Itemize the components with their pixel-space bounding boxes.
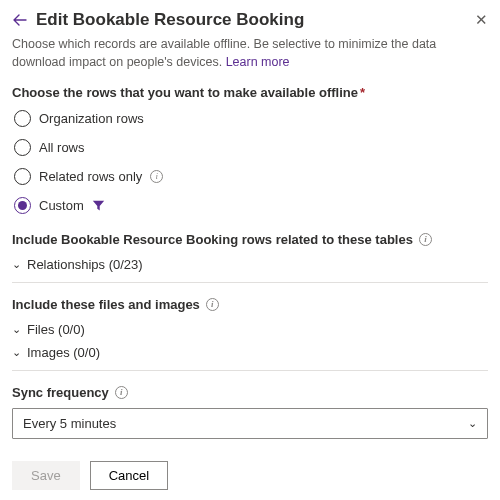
radio-icon [14,110,31,127]
radio-icon [14,139,31,156]
radio-icon [14,197,31,214]
chevron-down-icon: ⌄ [12,323,21,336]
divider [12,282,488,283]
include-related-label: Include Bookable Resource Booking rows r… [12,232,488,247]
rows-section-label: Choose the rows that you want to make av… [12,85,488,100]
images-expander[interactable]: ⌄ Images (0/0) [12,345,488,360]
radio-all-rows[interactable]: All rows [14,139,488,156]
radio-label: Related rows only [39,169,142,184]
chevron-down-icon: ⌄ [468,417,477,430]
footer-buttons: Save Cancel [12,461,488,490]
radio-label: All rows [39,140,85,155]
sync-value: Every 5 minutes [23,416,116,431]
info-icon[interactable]: i [419,233,432,246]
radio-icon [14,168,31,185]
files-label: Files (0/0) [27,322,85,337]
close-icon[interactable]: ✕ [475,11,488,29]
divider [12,370,488,371]
info-icon[interactable]: i [115,386,128,399]
chevron-down-icon: ⌄ [12,346,21,359]
chevron-down-icon: ⌄ [12,258,21,271]
info-icon[interactable]: i [206,298,219,311]
subtitle-text: Choose which records are available offli… [12,37,436,69]
radio-related-rows-only[interactable]: Related rows only i [14,168,488,185]
back-icon[interactable] [12,12,28,28]
radio-label: Custom [39,198,84,213]
info-icon[interactable]: i [150,170,163,183]
sync-frequency-select[interactable]: Every 5 minutes ⌄ [12,408,488,439]
rows-radio-group: Organization rows All rows Related rows … [12,110,488,214]
images-label: Images (0/0) [27,345,100,360]
files-expander[interactable]: ⌄ Files (0/0) [12,322,488,337]
panel-subtitle: Choose which records are available offli… [12,36,488,71]
sync-frequency-label: Sync frequency i [12,385,488,400]
relationships-expander[interactable]: ⌄ Relationships (0/23) [12,257,488,272]
panel-title: Edit Bookable Resource Booking [36,10,467,30]
radio-label: Organization rows [39,111,144,126]
save-button: Save [12,461,80,490]
radio-custom[interactable]: Custom [14,197,488,214]
learn-more-link[interactable]: Learn more [226,55,290,69]
cancel-button[interactable]: Cancel [90,461,168,490]
include-files-label: Include these files and images i [12,297,488,312]
relationships-label: Relationships (0/23) [27,257,143,272]
radio-organization-rows[interactable]: Organization rows [14,110,488,127]
filter-icon[interactable] [92,199,105,212]
